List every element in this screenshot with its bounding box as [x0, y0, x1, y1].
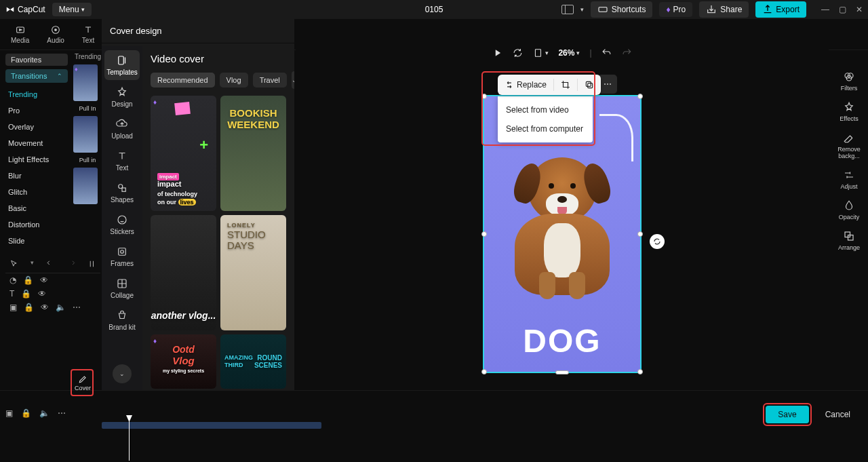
- tool-filters[interactable]: Filters: [841, 71, 858, 92]
- clock-icon[interactable]: ◔: [9, 275, 16, 285]
- vtab-shapes[interactable]: Shapes: [104, 178, 140, 208]
- shortcuts-button[interactable]: Shortcuts: [591, 1, 653, 18]
- refresh-icon[interactable]: [512, 47, 523, 58]
- vtab-stickers[interactable]: Stickers: [104, 210, 140, 239]
- tool-effects[interactable]: Effects: [840, 101, 858, 122]
- close-icon[interactable]: ✕: [856, 5, 863, 14]
- cat-vlog[interactable]: Vlog: [220, 73, 248, 88]
- export-button[interactable]: Export: [755, 1, 806, 18]
- tool-adjust[interactable]: Adjust: [840, 169, 857, 190]
- template-item[interactable]: BOOKISH WEEKEND: [220, 96, 286, 211]
- text-track-icon[interactable]: T: [9, 289, 14, 299]
- vtab-collage[interactable]: Collage: [104, 273, 140, 303]
- split-icon[interactable]: [87, 259, 96, 269]
- chevron-down-icon[interactable]: ▾: [31, 259, 34, 269]
- sidebar-item-slide[interactable]: Slide: [5, 233, 68, 249]
- layout-icon[interactable]: [561, 5, 574, 14]
- thumb-item[interactable]: [73, 116, 98, 153]
- maximize-icon[interactable]: ▢: [839, 5, 846, 14]
- video-track-icon[interactable]: ▣: [9, 303, 17, 312]
- cover-button[interactable]: Cover: [73, 372, 92, 393]
- tab-audio[interactable]: Audio: [40, 23, 71, 45]
- minimize-icon[interactable]: —: [821, 5, 829, 14]
- crop-button[interactable]: [554, 75, 577, 95]
- ratio-select[interactable]: ▾: [532, 47, 549, 58]
- timeline-track[interactable]: [102, 422, 321, 429]
- resize-handle[interactable]: [555, 370, 569, 374]
- vtab-templates[interactable]: Templates: [104, 50, 140, 80]
- template-item[interactable]: ♦ Ootd Vlog my styling secrets: [151, 334, 216, 389]
- sidebar-item-trending[interactable]: Trending: [5, 86, 68, 102]
- eye-icon[interactable]: 👁: [41, 303, 49, 312]
- more-icon[interactable]: ⋯: [58, 408, 66, 418]
- video-track-icon[interactable]: ▣: [5, 408, 13, 418]
- resize-handle[interactable]: [481, 94, 487, 99]
- zoom-select[interactable]: 26%▾: [558, 48, 580, 58]
- vtab-design[interactable]: Design: [104, 82, 140, 112]
- redo-icon[interactable]: [622, 47, 633, 58]
- sidebar-item-glitch[interactable]: Glitch: [5, 184, 68, 200]
- lock-icon[interactable]: 🔒: [23, 275, 33, 285]
- tab-media[interactable]: Media: [4, 23, 36, 45]
- eye-icon[interactable]: 👁: [40, 275, 48, 285]
- sidebar-item-movement[interactable]: Movement: [5, 135, 68, 151]
- cat-recommended[interactable]: Recommended: [151, 73, 215, 88]
- vtab-text[interactable]: Text: [104, 146, 140, 176]
- undo-icon[interactable]: [601, 47, 612, 58]
- vtab-upload[interactable]: Upload: [104, 114, 140, 144]
- resize-handle[interactable]: [481, 369, 487, 374]
- share-button[interactable]: Share: [699, 1, 749, 18]
- vtab-collapse[interactable]: ⌄: [113, 364, 132, 383]
- save-button[interactable]: Save: [766, 406, 808, 423]
- refresh-cover-button[interactable]: [650, 234, 665, 249]
- sidebar-item-distortion[interactable]: Distortion: [5, 216, 68, 233]
- volume-icon[interactable]: 🔈: [39, 408, 50, 418]
- tool-arrange[interactable]: Arrange: [838, 230, 860, 251]
- vtab-frames[interactable]: Frames: [104, 242, 140, 271]
- redo-icon[interactable]: [67, 259, 76, 269]
- more-button[interactable]: ⋯: [598, 75, 617, 94]
- resize-handle[interactable]: [637, 231, 643, 237]
- cancel-button[interactable]: Cancel: [820, 406, 856, 423]
- tab-text[interactable]: Text: [75, 23, 101, 45]
- pro-button[interactable]: ♦ Pro: [659, 2, 692, 17]
- cat-more[interactable]: ⌄: [292, 71, 294, 89]
- cat-travel[interactable]: Travel: [253, 73, 287, 88]
- sidebar-item-light-effects[interactable]: Light Effects: [5, 151, 68, 168]
- resize-handle[interactable]: [481, 231, 487, 237]
- playhead[interactable]: [129, 418, 130, 461]
- template-item[interactable]: AMAZING ROUND THIRD SCENES: [220, 334, 286, 389]
- favorites-chip[interactable]: Favorites: [5, 54, 68, 66]
- transitions-chip[interactable]: Transitions ⌃: [5, 69, 68, 83]
- sidebar-item-overlay[interactable]: Overlay: [5, 119, 68, 135]
- menu-button[interactable]: Menu ▾: [52, 3, 92, 16]
- sidebar-item-blur[interactable]: Blur: [5, 168, 68, 184]
- option-select-from-video[interactable]: Select from video: [498, 100, 593, 119]
- more-icon[interactable]: ⋯: [73, 303, 81, 312]
- undo-icon[interactable]: [46, 259, 55, 269]
- chevron-down-icon: ▾: [81, 6, 85, 13]
- chevron-down-icon[interactable]: ▾: [580, 6, 584, 13]
- cursor-icon[interactable]: [9, 259, 18, 269]
- duplicate-button[interactable]: [578, 75, 601, 95]
- option-select-from-computer[interactable]: Select from computer: [498, 119, 593, 138]
- resize-handle[interactable]: [637, 369, 643, 374]
- volume-icon[interactable]: 🔈: [56, 303, 66, 312]
- thumb-item[interactable]: ♦: [73, 64, 98, 101]
- sidebar-item-basic[interactable]: Basic: [5, 200, 68, 216]
- replace-button[interactable]: Replace: [498, 75, 553, 95]
- template-item[interactable]: another vlog...: [151, 215, 216, 330]
- tool-opacity[interactable]: Opacity: [839, 199, 860, 220]
- lock-icon[interactable]: 🔒: [21, 289, 31, 299]
- thumb-item[interactable]: [73, 168, 98, 204]
- eye-icon[interactable]: 👁: [38, 289, 46, 299]
- vtab-brand-kit[interactable]: Brand kit: [104, 305, 140, 335]
- template-item[interactable]: LONELY STUDIO DAYS: [220, 215, 286, 330]
- resize-handle[interactable]: [637, 94, 643, 99]
- lock-icon[interactable]: 🔒: [21, 408, 31, 418]
- sidebar-item-pro[interactable]: Pro: [5, 102, 68, 119]
- tool-remove-bg[interactable]: Remove backg...: [830, 132, 868, 159]
- template-item[interactable]: ♦ + impactimpact of technology on our li…: [151, 96, 216, 211]
- lock-icon[interactable]: 🔒: [24, 303, 34, 312]
- play-icon[interactable]: [492, 47, 502, 58]
